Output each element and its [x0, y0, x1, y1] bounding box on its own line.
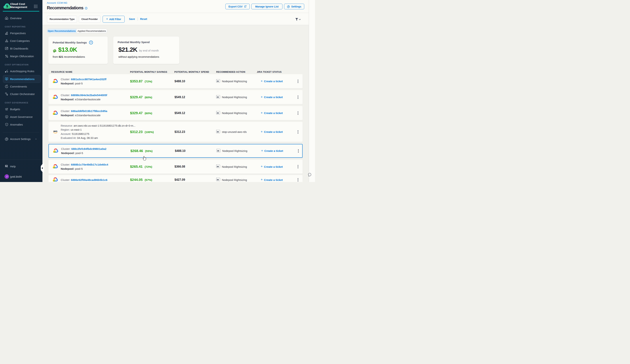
- savings-amount: $329.47: [130, 95, 143, 99]
- sidebar-item-account-settings[interactable]: Account Settings ›: [3, 136, 41, 142]
- sidebar-item-cluster-orchestrator[interactable]: Cluster Orchestrator: [3, 91, 41, 97]
- plus-icon: +: [261, 130, 263, 134]
- recommendation-row[interactable]: Cluster: 688add6fb019b17f9bccb95aNodepoo…: [48, 106, 302, 120]
- savings-percent: (60%): [145, 112, 152, 115]
- field-value: 04 Aug, 06:33 am: [77, 137, 98, 139]
- apps-grid-icon[interactable]: [34, 5, 38, 8]
- resource-details: Cluster: 68898c064e3e2ba0e544005fNodepoo…: [61, 93, 107, 101]
- gcp-icon: [53, 148, 58, 153]
- row-menu-button[interactable]: [296, 79, 300, 83]
- sidebar-item-perspectives[interactable]: Perspectives: [3, 30, 41, 36]
- svg-text:$: $: [6, 116, 7, 118]
- recommendation-row[interactable]: awsResource: arn:aws:rds:us-east-1:51161…: [48, 122, 302, 142]
- recommendation-type-dropdown[interactable]: Recommendation Type: [47, 16, 77, 23]
- create-ticket-button[interactable]: +Create a ticket: [261, 79, 283, 83]
- chat-bubble-icon[interactable]: [307, 172, 312, 177]
- create-ticket-button[interactable]: +Create a ticket: [261, 111, 283, 115]
- sidebar-item-commitments[interactable]: Commitments: [3, 83, 41, 90]
- export-csv-button[interactable]: Export CSV: [225, 4, 250, 9]
- savings-amount: $265.41: [130, 165, 143, 169]
- row-menu-button[interactable]: [297, 149, 300, 153]
- action-image-icon: [216, 95, 220, 100]
- recommendation-row[interactable]: Cluster: 688c2fefc84fbdc99801a0a2Nodepoo…: [48, 144, 302, 158]
- sidebar-item-label: BI Dashboards: [10, 47, 28, 50]
- sidebar-item-label: Account Settings: [10, 137, 31, 141]
- create-ticket-button[interactable]: +Create a ticket: [261, 149, 283, 153]
- collapse-arrow-icon: [42, 167, 43, 169]
- sidebar-item-autostopping-rules[interactable]: AutoStopping Rules: [3, 68, 41, 74]
- savings-amount: $353.87: [130, 79, 143, 83]
- cluster-link[interactable]: 688add6fb019b17f9bccb95a: [71, 109, 107, 113]
- main-area: Account: CCM-NG Recommendations Export C…: [42, 0, 315, 182]
- savings-percent: (72%): [145, 165, 152, 169]
- tab-open-recommendations[interactable]: Open Recommendations: [47, 29, 76, 33]
- savings-caption: from 621 recommendations: [53, 55, 85, 58]
- filter-links-separator: [138, 17, 138, 21]
- cluster-link[interactable]: 688c2fefc84fbdc99801a0a2: [71, 147, 106, 150]
- create-ticket-button[interactable]: +Create a ticket: [261, 130, 283, 134]
- sidebar-user[interactable]: J jyoti.bisht: [3, 174, 41, 180]
- sidebar-item-help[interactable]: ? Help: [3, 163, 41, 169]
- row-menu-button[interactable]: [296, 95, 300, 99]
- sidebar-item-margin-obfuscation[interactable]: Margin Obfuscation: [3, 53, 41, 59]
- shield-alert-icon: !: [5, 123, 8, 126]
- sidebar-item-label: Cluster Orchestrator: [10, 92, 35, 96]
- recommendation-row[interactable]: Cluster: 6888b1c70e49db17c1de60c4Nodepoo…: [48, 160, 302, 174]
- row-menu-button[interactable]: [296, 178, 300, 182]
- action-label: stop-unused-aws-rds: [222, 131, 246, 133]
- sidebar-item-anomalies[interactable]: !Anomalies: [3, 121, 41, 128]
- row-menu-button[interactable]: [296, 111, 300, 115]
- cluster-link[interactable]: 68898c064e3e2ba0e544005f: [71, 94, 107, 97]
- sidebar-item-recommendations[interactable]: Recommendations: [3, 75, 41, 83]
- cloud-provider-dropdown[interactable]: Cloud Provider: [79, 16, 100, 23]
- row-menu-button[interactable]: [296, 130, 300, 134]
- sidebar-collapse-button[interactable]: [41, 163, 44, 173]
- sidebar-item-label: Recommendations: [10, 77, 34, 81]
- recommendation-row[interactable]: Cluster: 6881a3ccc887941a4ee202ffNodepoo…: [48, 74, 302, 88]
- manage-ignore-list-button[interactable]: Manage Ignore List: [251, 4, 282, 9]
- aws-icon: aws: [53, 129, 58, 134]
- save-filter-link[interactable]: Save: [129, 17, 135, 20]
- row-menu-button[interactable]: [296, 165, 300, 169]
- help-icon[interactable]: ?: [89, 40, 93, 44]
- tab-applied-recommendations[interactable]: Applied Recommendations: [76, 29, 107, 33]
- sidebar-item-asset-governance[interactable]: $Asset Governance: [3, 114, 41, 120]
- gcp-icon: [53, 178, 58, 182]
- field-value: us-east-1: [70, 128, 82, 131]
- chevron-down-icon: [299, 19, 301, 20]
- field-label: Cluster:: [61, 163, 70, 166]
- chevron-right-icon: ›: [36, 137, 36, 140]
- recommendation-row[interactable]: Cluster: 68898c064e3e2ba0e544005fNodepoo…: [48, 90, 302, 104]
- add-filter-button[interactable]: + Add Filter: [102, 16, 124, 23]
- sidebar-item-budgets[interactable]: $Budgets: [3, 106, 41, 112]
- create-ticket-button[interactable]: +Create a ticket: [261, 178, 283, 182]
- sidebar-item-label: Cost Categories: [10, 39, 30, 42]
- mouse-cursor: [142, 156, 146, 161]
- page-header: Account: CCM-NG Recommendations Export C…: [42, 0, 315, 13]
- create-ticket-button[interactable]: +Create a ticket: [261, 165, 283, 169]
- cluster-link[interactable]: 6881a3ccc887941a4ee202ff: [71, 78, 106, 81]
- cluster-link[interactable]: 6886e92f59a48cad86b5b1c6: [71, 178, 108, 182]
- info-icon[interactable]: [85, 7, 88, 9]
- filter-panel-toggle[interactable]: [295, 18, 301, 21]
- bar-chart-icon: [5, 31, 8, 35]
- resource-details: Resource: arn:aws:rds:us-east-1:51161680…: [61, 124, 135, 140]
- resource-details: Cluster: 6888b1c70e49db17c1de60c4Nodepoo…: [61, 163, 108, 171]
- sidebar-item-overview[interactable]: Overview: [3, 15, 41, 21]
- settings-button[interactable]: Settings: [284, 4, 304, 9]
- create-ticket-button[interactable]: +Create a ticket: [261, 95, 283, 99]
- sidebar-item-cost-categories[interactable]: Cost Categories: [3, 38, 41, 44]
- spend-caption: without applying recommendations: [118, 55, 159, 58]
- savings-percent: (55%): [145, 150, 152, 153]
- cluster-link[interactable]: 6888b1c70e49db17c1de60c4: [71, 163, 108, 166]
- spend-value: $21.2K: [118, 46, 138, 53]
- sidebar-divider: [0, 160, 42, 160]
- spend-amount: $549.12: [174, 111, 185, 115]
- spend-amount: $427.09: [174, 178, 185, 182]
- breadcrumb[interactable]: Account: CCM-NG: [47, 1, 67, 4]
- reset-filter-link[interactable]: Reset: [140, 17, 147, 20]
- scrollbar-gutter[interactable]: [309, 0, 315, 182]
- recommendation-row[interactable]: Cluster: 6886e92f59a48cad86b5b1c6$244.05…: [48, 175, 302, 182]
- plus-icon: +: [261, 149, 263, 153]
- sidebar-item-bi-dashboards[interactable]: BI Dashboards: [3, 45, 41, 51]
